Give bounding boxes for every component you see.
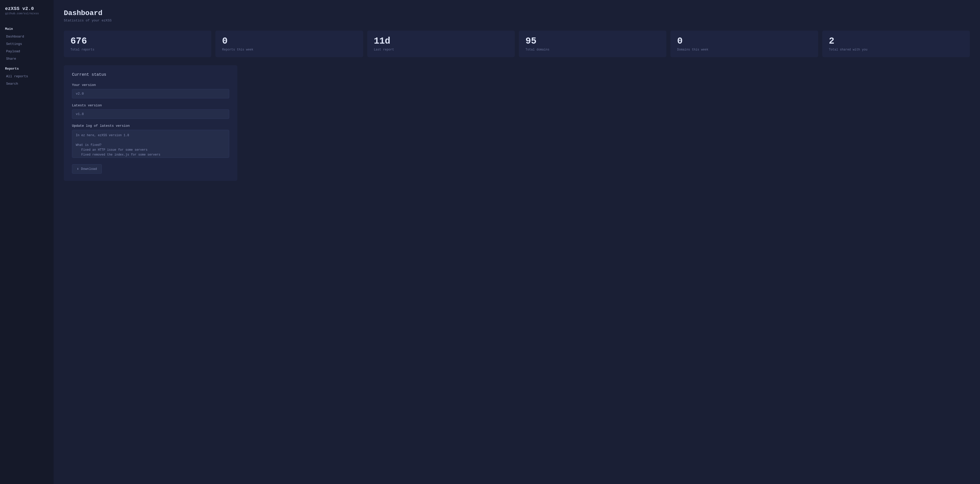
your-version-group: Your version — [72, 83, 229, 98]
download-button[interactable]: ⬇ Download — [72, 164, 102, 174]
stat-card-last-report: 11d Last report — [367, 30, 515, 57]
latests-version-input[interactable] — [72, 109, 229, 119]
update-log-label: Update log of latests version — [72, 124, 229, 128]
sidebar-item-payload[interactable]: Payload — [5, 48, 48, 55]
page-subtitle: Statistics of your ezXSS — [64, 19, 970, 22]
stat-card-total-reports: 676 Total reports — [64, 30, 211, 57]
stats-row: 676 Total reports 0 Reports this week 11… — [64, 30, 970, 57]
page-title: Dashboard — [64, 9, 970, 17]
stat-card-total-shared: 2 Total shared with you — [822, 30, 970, 57]
sidebar-item-dashboard[interactable]: Dashboard — [5, 33, 48, 40]
stat-card-total-domains: 95 Total domains — [519, 30, 667, 57]
stat-card-reports-week: 0 Reports this week — [215, 30, 363, 57]
status-panel: Current status Your version Latests vers… — [64, 65, 237, 181]
stat-label-last-report: Last report — [374, 48, 508, 51]
sidebar-item-all-reports[interactable]: All reports — [5, 73, 48, 79]
status-panel-title: Current status — [72, 72, 229, 77]
stat-value-total-reports: 676 — [70, 36, 205, 46]
latests-version-group: Latests version — [72, 103, 229, 119]
download-icon: ⬇ — [77, 167, 79, 171]
sidebar-brand: ezXSS v2.0 github.com/ssl/ezxss — [5, 6, 48, 15]
stat-label-domains-week: Domains this week — [677, 48, 811, 51]
your-version-input[interactable] — [72, 89, 229, 98]
stat-value-last-report: 11d — [374, 36, 508, 46]
sidebar-section-reports: Reports — [5, 67, 48, 71]
sidebar-item-settings[interactable]: Settings — [5, 41, 48, 47]
update-log-group: Update log of latests version — [72, 124, 229, 159]
stat-value-domains-week: 0 — [677, 36, 811, 46]
brand-subtitle: github.com/ssl/ezxss — [5, 12, 48, 15]
stat-card-domains-week: 0 Domains this week — [670, 30, 818, 57]
stat-label-total-reports: Total reports — [70, 48, 205, 51]
stat-label-reports-week: Reports this week — [222, 48, 356, 51]
sidebar-item-share[interactable]: Share — [5, 56, 48, 62]
stat-value-reports-week: 0 — [222, 36, 356, 46]
sidebar-item-search[interactable]: Search — [5, 81, 48, 87]
stat-value-total-shared: 2 — [829, 36, 963, 46]
stat-label-total-shared: Total shared with you — [829, 48, 963, 51]
stat-value-total-domains: 95 — [525, 36, 660, 46]
main-content: Dashboard Statistics of your ezXSS 676 T… — [54, 0, 980, 484]
your-version-label: Your version — [72, 83, 229, 87]
stat-label-total-domains: Total domains — [525, 48, 660, 51]
sidebar: ezXSS v2.0 github.com/ssl/ezxss Main Das… — [0, 0, 54, 484]
download-button-label: Download — [81, 167, 97, 171]
brand-title: ezXSS v2.0 — [5, 6, 48, 11]
sidebar-section-main: Main — [5, 27, 48, 31]
update-log-textarea[interactable] — [72, 130, 229, 158]
latests-version-label: Latests version — [72, 103, 229, 107]
